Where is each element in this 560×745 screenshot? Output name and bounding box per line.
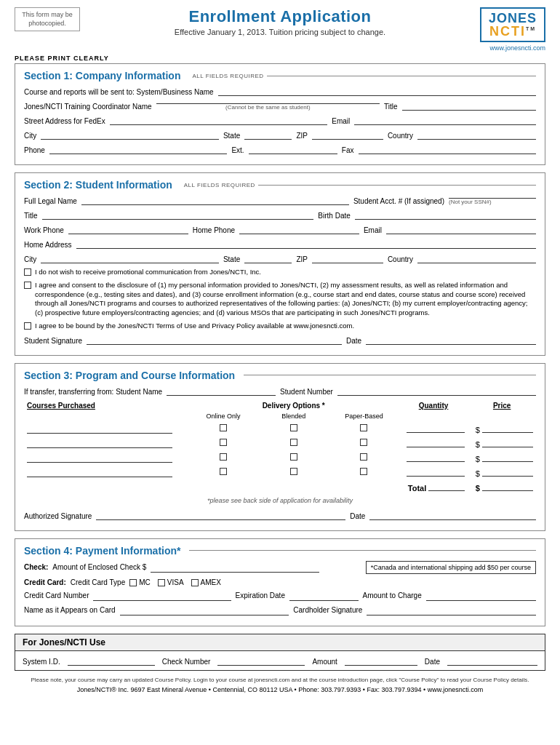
acct-sub: (Not your SSN#): [449, 199, 536, 205]
course-3-paper-cb[interactable]: [360, 453, 367, 461]
sys-id-field[interactable]: [68, 656, 155, 666]
footer-address: Jones/NCTI® Inc. 9697 East Mineral Avenu…: [15, 686, 545, 693]
jones-use-box: For Jones/NCTI Use System I.D. Check Num…: [15, 634, 545, 671]
address-row: Street Address for FedEx Email: [24, 115, 536, 125]
birthdate-field[interactable]: [355, 210, 536, 220]
course-3-online-cb[interactable]: [220, 453, 227, 461]
transfer-name-field[interactable]: [167, 386, 276, 396]
home-address-field[interactable]: [76, 239, 536, 249]
home-address-label: Home Address: [24, 241, 72, 249]
col-qty-header: Quantity: [399, 400, 468, 411]
visa-option[interactable]: VISA: [158, 578, 184, 586]
course-2-price[interactable]: [482, 437, 533, 447]
mc-checkbox[interactable]: [129, 579, 137, 586]
course-2-blended-cb[interactable]: [290, 439, 297, 446]
exp-label: Expiration Date: [236, 591, 285, 599]
amex-checkbox[interactable]: [191, 579, 199, 586]
phone-field[interactable]: [49, 144, 227, 154]
home-phone-label: Home Phone: [193, 226, 235, 234]
course-2-paper-cb[interactable]: [360, 439, 367, 446]
amex-option[interactable]: AMEX: [191, 578, 221, 586]
course-3-line[interactable]: [27, 453, 172, 463]
auth-date-field[interactable]: [369, 510, 536, 520]
col-paper-sub: Paper-Based: [329, 411, 399, 421]
course-2-line[interactable]: [27, 438, 172, 448]
cc-number-field[interactable]: [93, 591, 231, 601]
course-2-qty[interactable]: [407, 437, 465, 447]
course-1-paper-cb[interactable]: [360, 424, 367, 431]
cb3-row: I agree to be bound by the Jones/NCTI Te…: [24, 322, 536, 331]
student-sig-field[interactable]: [87, 335, 342, 345]
course-4-paper-cb[interactable]: [360, 468, 367, 475]
s-zip-field[interactable]: [312, 253, 383, 263]
course-1-price[interactable]: [482, 423, 533, 433]
title-field[interactable]: [402, 100, 536, 111]
course-4-qty[interactable]: [407, 466, 465, 477]
s-email-field[interactable]: [386, 224, 536, 234]
cb1-checkbox[interactable]: [24, 268, 31, 276]
course-3-qty[interactable]: [407, 452, 465, 462]
card-name-row: Name as it Appears on Card Cardholder Si…: [24, 605, 536, 615]
course-2-online-cb[interactable]: [220, 439, 227, 446]
mc-option[interactable]: MC: [129, 578, 151, 586]
address-field[interactable]: [110, 115, 328, 125]
course-row-1: $: [24, 421, 536, 436]
charge-field[interactable]: [426, 591, 536, 601]
s-state-field[interactable]: [244, 253, 292, 263]
cb2-row: I agree and consent to the disclosure of…: [24, 281, 536, 318]
total-price-field[interactable]: [482, 481, 533, 491]
course-row-2: $: [24, 436, 536, 450]
auth-sig-field[interactable]: [96, 510, 345, 520]
s-state-label: State: [223, 255, 240, 263]
course-4-line[interactable]: [27, 467, 172, 477]
transfer-num-field[interactable]: [337, 386, 536, 396]
country-label: Country: [388, 132, 413, 140]
cb3-checkbox[interactable]: [24, 322, 31, 330]
fax-field[interactable]: [359, 144, 536, 154]
course-1-online-cb[interactable]: [220, 424, 227, 431]
home-phone-field[interactable]: [239, 224, 359, 234]
s-date-field[interactable]: [366, 335, 536, 345]
full-name-field[interactable]: [81, 195, 349, 205]
check-amount-field[interactable]: [151, 562, 319, 573]
course-4-blended-cb[interactable]: [290, 468, 297, 475]
work-phone-label: Work Phone: [24, 226, 64, 234]
total-qty-field[interactable]: [428, 481, 465, 491]
course-3-price[interactable]: [482, 452, 533, 462]
jones-amount-field[interactable]: [345, 656, 417, 666]
cb3-text: I agree to be bound by the Jones/NCTI Te…: [35, 322, 536, 331]
state-field[interactable]: [244, 130, 292, 140]
credit-label: Credit Card:: [24, 578, 66, 586]
section1-title: Section 1: Company Information: [24, 70, 186, 81]
course-4-online-cb[interactable]: [220, 468, 227, 475]
exp-field[interactable]: [289, 591, 359, 601]
auth-date-label: Date: [350, 512, 365, 520]
course-1-blended-cb[interactable]: [290, 424, 297, 431]
s-title-field[interactable]: [42, 210, 314, 220]
jones-date-field[interactable]: [447, 656, 537, 666]
s-country-field[interactable]: [417, 253, 536, 263]
course-1-qty[interactable]: [407, 423, 465, 433]
course-1-line[interactable]: [27, 423, 172, 434]
s-city-field[interactable]: [41, 253, 219, 263]
cb2-checkbox[interactable]: [24, 282, 31, 289]
visa-checkbox[interactable]: [158, 579, 165, 586]
course-4-price[interactable]: [482, 466, 533, 477]
card-name-field[interactable]: [120, 605, 289, 615]
ch-sig-field[interactable]: [367, 605, 536, 615]
company-name-field[interactable]: [218, 86, 536, 96]
city-field[interactable]: [41, 130, 219, 140]
full-name-label: Full Legal Name: [24, 197, 77, 205]
ext-field[interactable]: [249, 144, 337, 154]
email-field[interactable]: [354, 115, 536, 125]
check-num-field[interactable]: [217, 656, 305, 666]
course-row-4: $: [24, 465, 536, 479]
page-title: Enrollment Application: [80, 7, 480, 26]
company-name-row: Course and reports will be sent to: Syst…: [24, 86, 536, 96]
country-field[interactable]: [417, 130, 536, 140]
total-row: Total $: [24, 479, 536, 494]
course-3-blended-cb[interactable]: [290, 453, 297, 461]
zip-field[interactable]: [312, 130, 383, 140]
work-phone-field[interactable]: [68, 224, 188, 234]
total-label: Total: [399, 479, 468, 494]
